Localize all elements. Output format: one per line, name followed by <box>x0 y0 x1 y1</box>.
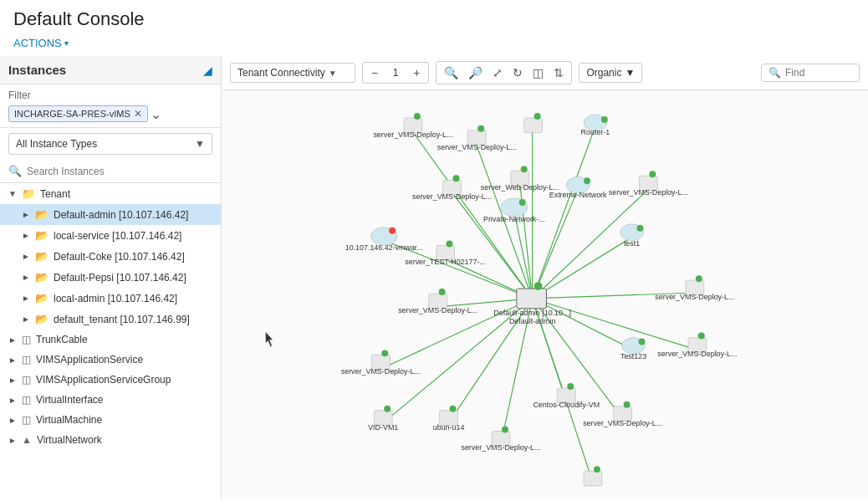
svg-text:server_VMS-Deploy-L...: server_VMS-Deploy-L... <box>657 350 737 358</box>
actions-button[interactable]: ACTIONS ▾ <box>13 37 69 49</box>
refresh-button[interactable]: ↻ <box>508 64 527 82</box>
svg-point-63 <box>696 275 702 282</box>
expand-icon: ► <box>8 396 18 405</box>
actions-caret: ▾ <box>64 38 69 48</box>
zoom-in-button[interactable]: + <box>410 64 423 81</box>
svg-text:Default-admin [10.10...]: Default-admin [10.10...] <box>493 309 571 317</box>
svg-text:Private-Network-...: Private-Network-... <box>483 215 545 223</box>
tree-container: ▼ 📁 Tenant ► 📂 Default-admin [10.107.146… <box>0 183 221 498</box>
filter-dropdown-arrow[interactable]: ⌄ <box>151 106 161 122</box>
graph-svg: server_VMS-Deploy-L... server_VMS-Deploy… <box>222 90 868 498</box>
svg-point-69 <box>439 289 446 295</box>
svg-text:server_Web-Deploy-L...: server_Web-Deploy-L... <box>481 183 559 192</box>
expand-icon: ► <box>22 252 32 261</box>
filter-section: Filter INCHARGE-SA-PRES-vIMS ✕ ⌄ <box>0 84 221 128</box>
filter-icon[interactable]: ◢ <box>203 64 212 77</box>
tree-item-default-admin[interactable]: ► 📂 Default-admin [10.107.146.42] <box>0 204 221 225</box>
expand-icon: ► <box>8 436 18 445</box>
svg-line-3 <box>533 126 595 299</box>
expand-icon: ► <box>8 376 18 385</box>
expand-icon: ► <box>8 335 18 345</box>
svg-text:server_VMS-Deploy-L...: server_VMS-Deploy-L... <box>461 443 540 452</box>
toolbar: Tenant Connectivity ▼ − 1 + 🔍 🔎 ⤢ ↻ ◫ ⇅ … <box>222 56 868 90</box>
tree-item-tenant[interactable]: ▼ 📁 Tenant <box>0 183 221 204</box>
export-button[interactable]: ⇅ <box>549 64 568 82</box>
view-caret: ▼ <box>329 69 337 78</box>
svg-point-90 <box>502 427 508 433</box>
svg-point-66 <box>381 350 388 356</box>
svg-line-11 <box>533 238 632 299</box>
search-input[interactable] <box>27 166 212 177</box>
svg-text:server_VMS-Deploy-L...: server_VMS-Deploy-L... <box>655 293 734 301</box>
svg-rect-29 <box>524 118 543 133</box>
tree-item-virtual-machine[interactable]: ► ◫ VirtualMachine <box>0 410 221 430</box>
search-box: 🔍 <box>0 160 221 183</box>
zoom-controls: − 1 + <box>362 62 429 84</box>
page-title: Default Console <box>13 8 855 30</box>
main-content: Tenant Connectivity ▼ − 1 + 🔍 🔎 ⤢ ↻ ◫ ⇅ … <box>222 56 868 498</box>
svg-text:Router-1: Router-1 <box>581 128 610 136</box>
instance-type-select[interactable]: All Instance Types ▼ <box>8 133 212 155</box>
svg-rect-92 <box>584 471 602 486</box>
svg-point-78 <box>698 333 705 340</box>
expand-icon: ► <box>8 416 18 425</box>
tree-item-default-tenant[interactable]: ► 📂 default_tenant [10.107.146.99] <box>0 309 221 330</box>
svg-text:server_VMS-Deploy-L...: server_VMS-Deploy-L... <box>583 419 662 427</box>
zoom-out-button[interactable]: − <box>368 64 381 81</box>
service-icon: ◫ <box>22 414 31 426</box>
svg-point-53 <box>519 199 526 206</box>
svg-point-38 <box>521 166 528 172</box>
service-icon: ◫ <box>22 354 31 366</box>
svg-point-81 <box>384 406 391 412</box>
svg-point-84 <box>450 406 457 412</box>
find-input[interactable] <box>785 67 852 79</box>
expand-icon: ► <box>22 273 32 282</box>
zoom-to-fit-button[interactable]: 🔍 <box>440 64 462 82</box>
svg-text:Default-admin: Default-admin <box>509 317 555 325</box>
tree-item-virtual-interface[interactable]: ► ◫ VirtualInterface <box>0 390 221 410</box>
expand-icon: ▼ <box>8 189 18 198</box>
tree-item-vims-app-svc[interactable]: ► ◫ VIMSApplicationService <box>0 350 221 370</box>
main-layout: Instances ◢ Filter INCHARGE-SA-PRES-vIMS… <box>0 56 868 498</box>
tree-item-default-coke[interactable]: ► 📂 Default-Coke [10.107.146.42] <box>0 246 221 267</box>
svg-point-30 <box>534 113 541 120</box>
tree-item-virtual-network[interactable]: ► ▲ VirtualNetwork <box>0 430 221 450</box>
expand-icon: ► <box>22 294 32 303</box>
tree-item-default-pepsi[interactable]: ► 📂 Default-Pepsi [10.107.146.42] <box>0 267 221 288</box>
svg-point-93 <box>594 466 600 473</box>
svg-text:10.107.146.42-vmwar...: 10.107.146.42-vmwar... <box>345 243 423 252</box>
sidebar-header: Instances ◢ <box>0 56 221 84</box>
svg-text:server_VMS-Deploy-L...: server_VMS-Deploy-L... <box>412 192 492 201</box>
folder-icon: 📂 <box>35 313 49 325</box>
svg-text:server_TEST-H02177-...: server_TEST-H02177-... <box>405 258 486 266</box>
tree-item-local-admin[interactable]: ► 📂 local-admin [10.107.146.42] <box>0 288 221 309</box>
svg-line-17 <box>533 299 697 350</box>
svg-text:test1: test1 <box>624 239 640 248</box>
folder-icon: 📂 <box>35 208 49 221</box>
zoom-out-icon-button[interactable]: 🔎 <box>464 64 487 82</box>
graph-area[interactable]: server_VMS-Deploy-L... server_VMS-Deploy… <box>222 90 868 498</box>
layout-selector[interactable]: Organic ▼ <box>579 63 642 83</box>
zoom-value: 1 <box>383 67 408 79</box>
svg-point-72 <box>567 383 574 390</box>
find-box: 🔍 <box>761 64 860 82</box>
svg-point-35 <box>452 175 459 181</box>
tree-item-vims-app-svc-group[interactable]: ► ◫ VIMSApplicationServiceGroup <box>0 370 221 390</box>
view-selector[interactable]: Tenant Connectivity ▼ <box>230 63 355 83</box>
tree-item-local-service[interactable]: ► 📂 local-service [10.107.146.42] <box>0 225 221 246</box>
folder-icon: 📂 <box>35 250 49 263</box>
svg-text:server_VMS-Deploy-L...: server_VMS-Deploy-L... <box>437 143 517 151</box>
filter-tag-remove[interactable]: ✕ <box>134 108 142 120</box>
service-icon: ▲ <box>22 434 32 446</box>
tree-item-trunkcable[interactable]: ► ◫ TrunkCable <box>0 330 221 350</box>
table-button[interactable]: ◫ <box>528 64 548 82</box>
find-icon: 🔍 <box>768 67 781 79</box>
sidebar: Instances ◢ Filter INCHARGE-SA-PRES-vIMS… <box>0 56 222 498</box>
service-icon: ◫ <box>22 334 31 345</box>
svg-text:Test123: Test123 <box>620 352 646 360</box>
expand-button[interactable]: ⤢ <box>488 64 507 82</box>
svg-text:Centos-Cloudify-VM: Centos-Cloudify-VM <box>533 401 600 409</box>
svg-marker-94 <box>266 332 273 347</box>
actions-bar: ACTIONS ▾ <box>0 33 868 56</box>
page-header: Default Console <box>0 0 868 33</box>
